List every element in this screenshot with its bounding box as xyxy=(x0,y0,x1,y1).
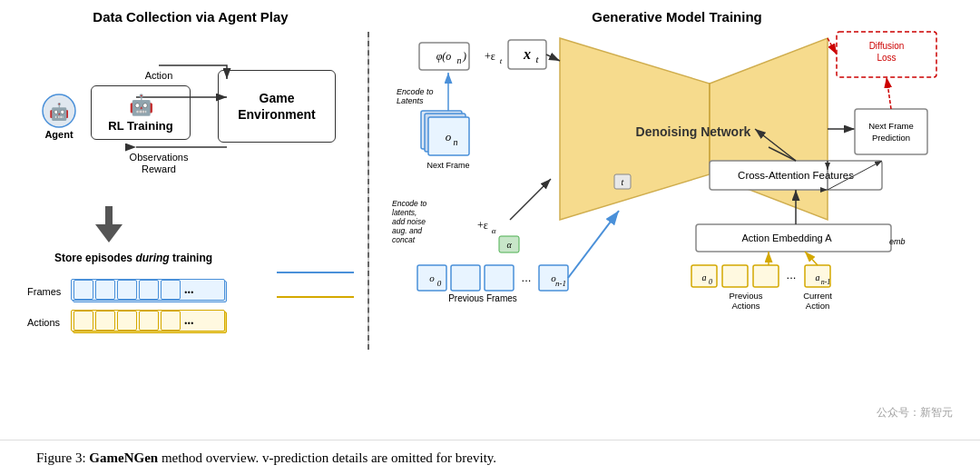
left-content: 🤖 Agent Action Observations Reward xyxy=(18,29,363,356)
right-title: Generative Model Training xyxy=(392,9,962,25)
ellipsis: ... xyxy=(184,282,194,297)
svg-text:Next Frame: Next Frame xyxy=(868,121,914,131)
svg-text:n: n xyxy=(454,137,458,147)
svg-text:Cross-Attention Features: Cross-Attention Features xyxy=(738,170,854,181)
blue-frame xyxy=(95,280,115,300)
gold-frame xyxy=(117,311,137,331)
svg-line-94 xyxy=(828,38,837,54)
svg-text:Action: Action xyxy=(806,301,829,311)
svg-text:x: x xyxy=(523,46,531,62)
svg-text:a: a xyxy=(702,272,707,282)
robot-icon: 🤖 xyxy=(129,94,153,117)
svg-text:Action: Action xyxy=(145,70,173,81)
svg-text:Action Embedding  A: Action Embedding A xyxy=(741,233,832,243)
svg-text:latents,: latents, xyxy=(392,208,416,217)
svg-text:+ε: +ε xyxy=(485,50,495,63)
svg-text:n-1: n-1 xyxy=(555,279,566,288)
rl-training-box: 🤖 RL Training xyxy=(91,85,191,140)
left-panel: Data Collection via Agent Play 🤖 Agent A… xyxy=(18,9,363,440)
caption-area: Figure 3: GameNGen method overview. v-pr… xyxy=(0,440,980,476)
svg-text:0: 0 xyxy=(709,278,712,286)
svg-text:Next Frame: Next Frame xyxy=(426,161,469,170)
svg-line-95 xyxy=(887,77,891,109)
left-title: Data Collection via Agent Play xyxy=(93,9,288,25)
svg-text:...: ... xyxy=(787,268,797,282)
svg-line-49 xyxy=(510,179,551,220)
game-env-label: GameEnvironment xyxy=(238,90,316,123)
svg-text:aug. and: aug. and xyxy=(392,226,422,235)
gold-frame xyxy=(139,311,159,331)
blue-frame xyxy=(74,280,93,300)
gold-frame xyxy=(74,311,93,331)
frames-stack: Frames ... xyxy=(27,279,234,335)
caption-figure: Figure 3: GameNGen method overview. v-pr… xyxy=(36,450,496,465)
svg-text:φ(o: φ(o xyxy=(436,50,452,63)
svg-text:Current: Current xyxy=(803,291,832,301)
svg-marker-6 xyxy=(95,224,122,242)
gold-frame xyxy=(161,311,181,331)
svg-text:n-1: n-1 xyxy=(821,278,831,286)
svg-line-86 xyxy=(805,252,818,265)
svg-text:Encode to: Encode to xyxy=(397,87,434,96)
svg-text:o: o xyxy=(429,272,435,283)
svg-text:Encode to: Encode to xyxy=(392,199,427,208)
svg-text:+ε: +ε xyxy=(477,219,488,232)
blue-frame xyxy=(161,280,181,300)
svg-text:α: α xyxy=(492,226,496,235)
svg-text:Actions: Actions xyxy=(731,301,760,311)
svg-text:o: o xyxy=(446,130,452,143)
svg-text:Latents: Latents xyxy=(397,96,424,105)
diagram-area: Data Collection via Agent Play 🤖 Agent A… xyxy=(0,0,980,440)
svg-rect-56 xyxy=(485,265,514,291)
svg-text:n: n xyxy=(457,55,462,65)
right-content: Denoising Network φ(o n ) +ε t x t xyxy=(392,29,962,365)
right-panel: Generative Model Training xyxy=(374,9,962,440)
blue-frame xyxy=(139,280,159,300)
svg-line-62 xyxy=(568,211,619,278)
frames-label: Frames xyxy=(27,286,71,297)
blue-frame xyxy=(117,280,137,300)
svg-rect-75 xyxy=(722,265,748,287)
svg-text:α: α xyxy=(506,240,512,250)
svg-text:add noise: add noise xyxy=(392,217,426,226)
svg-rect-76 xyxy=(753,265,779,287)
watermark: 公众号：新智元 xyxy=(877,405,953,421)
svg-text:Previous: Previous xyxy=(730,291,763,301)
svg-text:t: t xyxy=(622,177,624,187)
gold-frame xyxy=(95,311,115,331)
right-diagram-svg: Denoising Network φ(o n ) +ε t x t xyxy=(392,29,962,365)
svg-text:Observations: Observations xyxy=(130,152,189,163)
game-env-box: GameEnvironment xyxy=(218,70,336,143)
caption-bold: GameNGen xyxy=(89,450,158,465)
ellipsis2: ... xyxy=(184,313,194,328)
svg-text:Diffusion: Diffusion xyxy=(869,41,905,51)
svg-text:🤖: 🤖 xyxy=(49,102,70,122)
svg-text:concat: concat xyxy=(392,235,416,244)
svg-text:Agent: Agent xyxy=(44,129,74,140)
svg-line-30 xyxy=(546,54,560,61)
main-container: Data Collection via Agent Play 🤖 Agent A… xyxy=(0,0,980,475)
svg-text:emb: emb xyxy=(889,237,906,246)
svg-text:Denoising Network: Denoising Network xyxy=(636,124,751,139)
svg-text:): ) xyxy=(462,50,466,63)
actions-label: Actions xyxy=(27,317,71,328)
rl-training-label: RL Training xyxy=(108,119,172,133)
svg-text:t: t xyxy=(500,56,503,65)
store-label: Store episodes during training xyxy=(54,252,212,264)
svg-rect-88 xyxy=(855,109,927,154)
svg-text:Reward: Reward xyxy=(142,163,176,174)
divider xyxy=(368,32,369,350)
svg-text:...: ... xyxy=(522,271,532,284)
svg-text:a: a xyxy=(816,272,820,282)
svg-text:Previous Frames: Previous Frames xyxy=(448,293,517,303)
svg-rect-55 xyxy=(451,265,480,291)
svg-text:Loss: Loss xyxy=(877,53,896,63)
svg-text:Prediction: Prediction xyxy=(872,133,910,143)
svg-text:0: 0 xyxy=(437,279,442,288)
